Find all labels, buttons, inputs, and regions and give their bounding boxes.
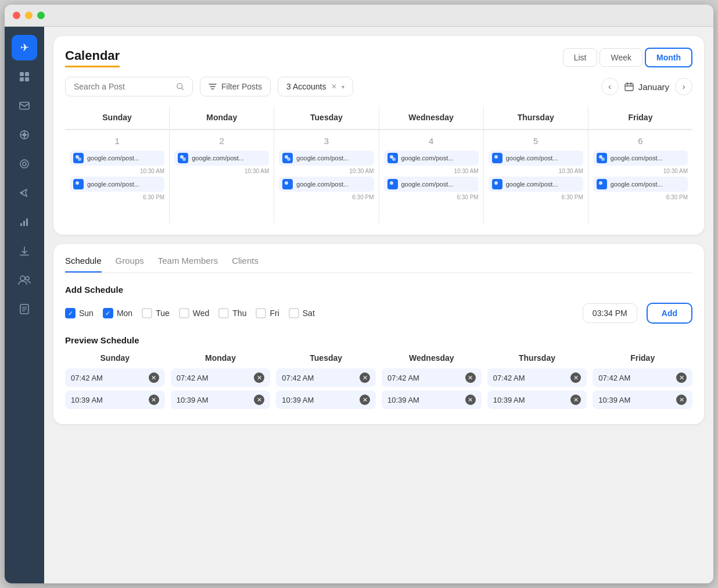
remove-slot-button[interactable]: ✕ (465, 372, 476, 383)
schedule-time-display[interactable]: 03:34 PM (583, 303, 637, 323)
accounts-close-icon[interactable]: ✕ (331, 83, 337, 91)
post-time: 10:30 AM (70, 168, 164, 174)
cal-header-sunday: Sunday (65, 106, 169, 130)
cal-post[interactable]: google.com/post... (279, 177, 374, 192)
day-checkbox-fri[interactable]: Fri (256, 308, 279, 318)
preview-slot: 07:42 AM ✕ (171, 368, 271, 387)
day-checkbox-sat[interactable]: Sat (289, 308, 315, 318)
sidebar-item-send[interactable]: ✈ (12, 35, 37, 60)
accounts-chevron-icon[interactable]: ▾ (342, 84, 344, 90)
preview-slot: 10:39 AM ✕ (276, 390, 376, 409)
post-text: google.com/post... (506, 181, 580, 188)
checkbox-wed[interactable] (179, 308, 189, 318)
sidebar-item-inbox[interactable] (12, 93, 37, 119)
cal-post[interactable]: google.com/post... (70, 150, 164, 166)
svg-rect-1 (25, 72, 29, 76)
cal-day-4: 4 google.com/post... 10:30 AM (379, 130, 483, 223)
day-checkbox-tue[interactable]: Tue (142, 308, 170, 318)
week-view-button[interactable]: Week (599, 48, 642, 67)
svg-point-42 (494, 181, 498, 185)
remove-slot-button[interactable]: ✕ (254, 395, 264, 405)
post-icon (387, 179, 398, 189)
remove-slot-button[interactable]: ✕ (149, 372, 159, 383)
sidebar-item-network[interactable] (12, 122, 37, 148)
cal-header-tuesday: Tuesday (274, 106, 378, 130)
day-label-mon: Mon (117, 309, 132, 318)
slot-time: 07:42 AM (493, 374, 525, 382)
day-checkbox-thu[interactable]: Thu (218, 308, 246, 318)
prev-month-button[interactable]: ‹ (601, 78, 619, 95)
accounts-button[interactable]: 3 Accounts ✕ ▾ (278, 77, 353, 96)
add-schedule-button[interactable]: Add (647, 303, 692, 324)
cal-post[interactable]: google.com/post... (593, 150, 688, 166)
cal-post[interactable]: google.com/post... (70, 177, 164, 192)
sidebar-item-campaigns[interactable] (12, 180, 37, 206)
post-icon (178, 153, 188, 163)
post-time: 6:30 PM (489, 194, 583, 200)
remove-slot-button[interactable]: ✕ (360, 372, 370, 383)
filter-posts-button[interactable]: Filter Posts (200, 77, 271, 96)
tab-clients[interactable]: Clients (232, 256, 259, 273)
remove-slot-button[interactable]: ✕ (570, 395, 581, 405)
maximize-button[interactable] (37, 12, 45, 19)
app-window: ✈ (5, 5, 713, 583)
checkbox-tue[interactable] (142, 308, 152, 318)
preview-schedule-grid: Sunday 07:42 AM ✕ 10:39 AM ✕ Monday (65, 353, 692, 413)
close-button[interactable] (13, 12, 20, 19)
post-time: 10:30 AM (489, 168, 583, 174)
slot-time: 10:39 AM (282, 396, 314, 404)
cal-post[interactable]: google.com/post... (593, 177, 688, 192)
remove-slot-button[interactable]: ✕ (149, 395, 159, 405)
preview-col-sunday: Sunday 07:42 AM ✕ 10:39 AM ✕ (65, 353, 165, 413)
checkbox-mon[interactable]: ✓ (103, 308, 113, 318)
calendar-grid-wrap: Sunday Monday Tuesday Wednesday Thursday… (65, 106, 692, 223)
remove-slot-button[interactable]: ✕ (570, 372, 581, 383)
post-time: 10:30 AM (279, 168, 374, 174)
remove-slot-button[interactable]: ✕ (676, 395, 687, 405)
day-checkbox-mon[interactable]: ✓ Mon (103, 308, 132, 318)
tab-team-members[interactable]: Team Members (158, 256, 218, 273)
month-view-button[interactable]: Month (645, 48, 692, 67)
calendar-header: Calendar List Week Month (65, 48, 692, 67)
list-view-button[interactable]: List (563, 48, 598, 67)
search-input-wrap[interactable] (65, 77, 193, 96)
cal-day-num-4: 4 (384, 136, 479, 146)
cal-post[interactable]: google.com/post... (279, 150, 374, 166)
checkbox-thu[interactable] (218, 308, 229, 318)
sidebar-item-docs[interactable] (12, 296, 37, 322)
sidebar-item-analytics[interactable] (12, 209, 37, 235)
remove-slot-button[interactable]: ✕ (465, 395, 476, 405)
post-time: 10:30 AM (384, 168, 479, 174)
cal-day-5: 5 google.com/post... 10:30 AM (484, 130, 588, 223)
tab-groups[interactable]: Groups (116, 256, 144, 273)
post-icon (492, 179, 502, 189)
cal-post[interactable]: google.com/post... (384, 177, 479, 192)
checkbox-sun[interactable]: ✓ (65, 308, 76, 318)
cal-post[interactable]: google.com/post... (489, 177, 583, 192)
tab-schedule[interactable]: Schedule (65, 256, 102, 273)
svg-rect-26 (625, 84, 633, 91)
preview-slot: 10:39 AM ✕ (171, 390, 271, 409)
sidebar-item-team[interactable] (12, 267, 37, 293)
sidebar-item-downloads[interactable] (12, 238, 37, 264)
sidebar-item-support[interactable] (12, 151, 37, 177)
preview-slot: 07:42 AM ✕ (276, 368, 376, 387)
next-month-button[interactable]: › (675, 78, 692, 95)
sidebar-item-dashboard[interactable] (12, 64, 37, 89)
cal-post[interactable]: google.com/post... (174, 150, 269, 166)
day-label-sat: Sat (303, 309, 315, 318)
checkbox-sat[interactable] (289, 308, 299, 318)
cal-post[interactable]: google.com/post... (384, 150, 479, 166)
checkbox-fri[interactable] (256, 308, 266, 318)
svg-point-6 (23, 133, 26, 137)
day-checkbox-wed[interactable]: Wed (179, 308, 210, 318)
cal-post[interactable]: google.com/post... (489, 150, 583, 166)
remove-slot-button[interactable]: ✕ (254, 372, 264, 383)
remove-slot-button[interactable]: ✕ (676, 372, 687, 383)
post-icon (387, 153, 398, 163)
svg-point-19 (26, 277, 29, 280)
search-input[interactable] (74, 82, 171, 91)
remove-slot-button[interactable]: ✕ (360, 395, 370, 405)
day-checkbox-sun[interactable]: ✓ Sun (65, 308, 94, 318)
minimize-button[interactable] (25, 12, 33, 19)
